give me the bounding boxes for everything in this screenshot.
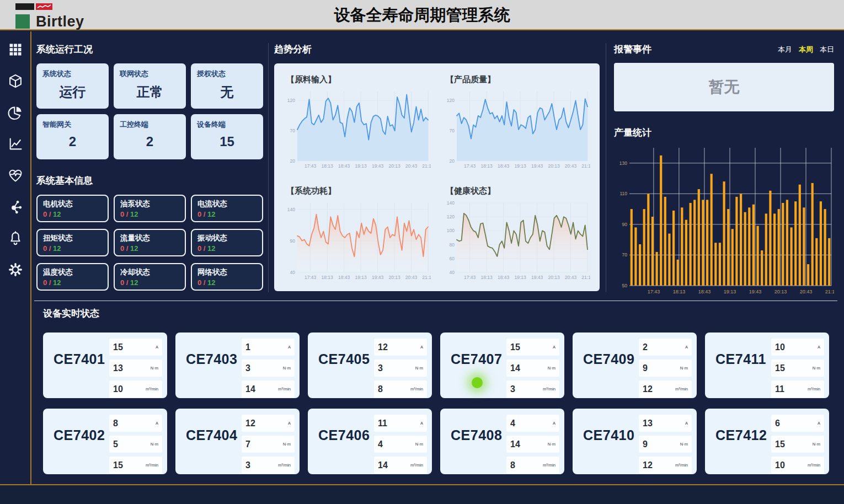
metric-value: 4 <box>378 439 383 449</box>
status-card-label: 系统状态 <box>42 69 103 79</box>
device-card[interactable]: CE7401 15A13N·m10m³/min <box>43 333 167 398</box>
device-card[interactable]: CE7408 4A14N·m8m³/min <box>440 409 564 474</box>
device-name: CE7402 <box>54 427 105 443</box>
svg-text:70: 70 <box>450 128 455 133</box>
health-heart-icon[interactable] <box>7 167 24 184</box>
info-card-total: 12 <box>130 210 138 218</box>
status-card-label: 工控终端 <box>120 120 180 130</box>
info-card-label: 流量状态 <box>120 233 179 243</box>
svg-text:20:43: 20:43 <box>800 289 813 294</box>
status-card-value: 无 <box>197 83 257 101</box>
device-metrics: 12A7N·m3m³/min <box>242 415 295 474</box>
device-card[interactable]: CE7403 1A3N·m14m³/min <box>175 333 300 398</box>
svg-text:120: 120 <box>287 98 295 103</box>
metric-unit: A <box>818 345 820 350</box>
trend-chart-raw-input-title: 【原料输入】 <box>286 74 435 85</box>
metric-unit: m³/min <box>808 387 820 392</box>
info-card: 冷却状态 0 / 12 <box>114 263 186 291</box>
status-card-label: 智能网关 <box>42 120 103 130</box>
device-name: CE7401 <box>54 351 105 367</box>
line-chart-icon[interactable] <box>7 136 24 152</box>
info-card-label: 电流状态 <box>197 199 257 209</box>
device-metric-row: 8m³/min <box>374 380 427 398</box>
info-card-current: 0 / <box>43 278 51 287</box>
alarm-tab-本日[interactable]: 本日 <box>820 45 834 55</box>
metric-unit: A <box>156 421 158 426</box>
info-card-label: 冷却状态 <box>120 267 179 277</box>
metric-unit: m³/min <box>543 387 555 392</box>
status-card: 设备终端 15 <box>191 114 263 159</box>
info-card: 油泵状态 0 / 12 <box>114 195 186 222</box>
device-card[interactable]: CE7409 2A9N·m12m³/min <box>573 333 697 398</box>
device-metric-row: 7N·m <box>242 436 295 453</box>
alarm-tab-本周[interactable]: 本周 <box>799 45 813 55</box>
gear-icon[interactable] <box>7 261 24 278</box>
metric-value: 9 <box>643 363 648 373</box>
trend-chart-health-plot: 17:4318:1318:4319:1319:4320:1320:4321:13… <box>442 199 594 283</box>
info-card-total: 12 <box>53 278 61 287</box>
metric-unit: A <box>553 345 555 350</box>
metric-unit: N·m <box>415 442 423 447</box>
production-bar-chart: 17:4318:1318:4319:1319:4320:1320:4321:13… <box>614 143 834 298</box>
status-card: 系统状态 运行 <box>36 63 109 109</box>
device-metrics: 13A9N·m12m³/min <box>639 415 692 474</box>
device-metric-row: 10m³/min <box>109 380 162 398</box>
metric-unit: m³/min <box>410 463 423 468</box>
device-metric-row: 8m³/min <box>506 457 559 474</box>
device-card[interactable]: CE7407 15A14N·m3m³/min <box>440 333 564 398</box>
device-metric-row: 11A <box>374 415 427 432</box>
metric-unit: N·m <box>680 442 688 447</box>
svg-text:80: 80 <box>450 242 455 247</box>
metric-unit: N·m <box>813 442 820 447</box>
trend-chart-raw-input-plot: 17:4318:1318:4319:1319:4320:1320:4321:13… <box>283 87 435 172</box>
info-card: 扭矩状态 0 / 12 <box>36 229 109 256</box>
device-name: CE7409 <box>583 351 634 367</box>
metric-unit: A <box>288 421 291 426</box>
metric-unit: m³/min <box>410 387 423 392</box>
trend-section: 趋势分析 【原料输入】 17:4318:1318:4319:1319:4320:… <box>274 43 600 291</box>
alarm-tabs: 本月本周本日 <box>778 45 834 55</box>
device-card[interactable]: CE7406 11A4N·m14m³/min <box>308 409 432 474</box>
svg-text:20:13: 20:13 <box>388 275 400 280</box>
metric-value: 15 <box>775 439 785 449</box>
device-name: CE7404 <box>186 427 237 443</box>
apps-grid-icon[interactable] <box>7 41 24 58</box>
info-card-current: 0 / <box>120 210 128 218</box>
cube-icon[interactable] <box>7 73 24 89</box>
device-metric-row: 2A <box>639 339 692 356</box>
device-grid: CE7401 15A13N·m10m³/min CE7403 1A3N·m14m… <box>43 333 837 474</box>
info-card-total: 12 <box>130 244 138 253</box>
device-card[interactable]: CE7412 6A15N·m10m³/min <box>705 409 829 474</box>
svg-text:90: 90 <box>622 222 628 227</box>
trend-chart-power-title: 【系统功耗】 <box>286 186 435 196</box>
molecule-icon[interactable] <box>7 199 24 215</box>
device-card[interactable]: CE7402 8A5N·m15m³/min <box>43 409 167 474</box>
trend-chart-product-quality: 【产品质量】 17:4318:1318:4319:1319:4320:1320:… <box>437 69 596 180</box>
device-card[interactable]: CE7410 13A9N·m12m³/min <box>573 409 697 474</box>
device-card[interactable]: CE7411 10A15N·m11m³/min <box>705 333 829 398</box>
trend-chart-raw-input: 【原料输入】 17:4318:1318:4319:1319:4320:1320:… <box>277 69 437 180</box>
device-name: CE7407 <box>451 351 502 367</box>
device-card[interactable]: CE7404 12A7N·m3m³/min <box>175 409 300 474</box>
svg-text:17:43: 17:43 <box>305 163 317 169</box>
device-metric-row: 11m³/min <box>771 380 824 398</box>
metric-unit: N·m <box>415 366 423 371</box>
svg-text:17:43: 17:43 <box>305 275 317 280</box>
device-metric-row: 4N·m <box>374 436 427 453</box>
alarm-tab-本月[interactable]: 本月 <box>778 45 792 55</box>
svg-text:20:43: 20:43 <box>405 163 418 169</box>
metric-value: 12 <box>643 384 653 394</box>
bell-icon[interactable] <box>7 230 24 246</box>
metric-unit: N·m <box>283 366 291 371</box>
svg-text:20:13: 20:13 <box>774 289 787 294</box>
device-card[interactable]: CE7405 12A3N·m8m³/min <box>308 333 432 398</box>
device-metric-row: 13N·m <box>109 360 162 377</box>
alarm-header: 报警事件 本月本周本日 <box>614 43 834 56</box>
device-metrics: 2A9N·m12m³/min <box>639 339 692 398</box>
device-name: CE7405 <box>318 351 370 367</box>
pie-chart-icon[interactable] <box>7 104 24 121</box>
metric-unit: A <box>288 345 291 350</box>
device-metric-row: 1A <box>242 339 295 356</box>
metric-value: 3 <box>245 460 250 470</box>
vertical-divider-left <box>268 43 269 292</box>
